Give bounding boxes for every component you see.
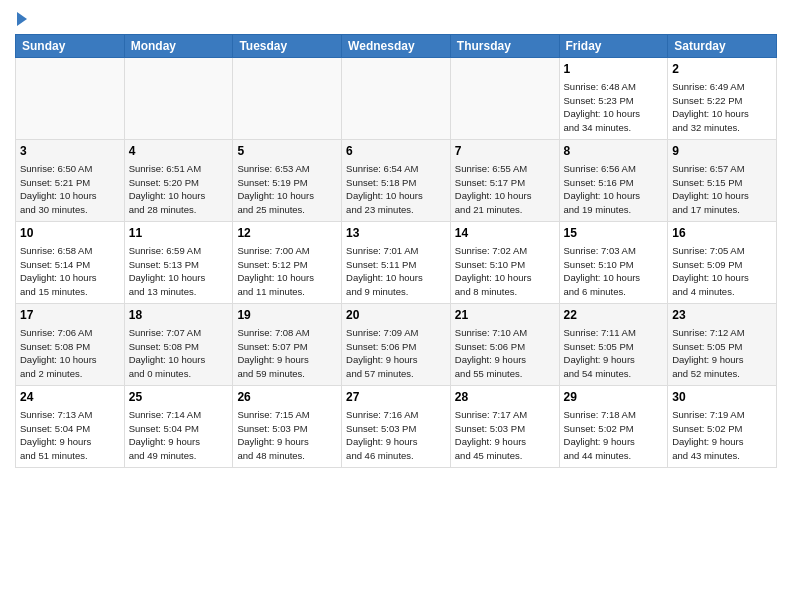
day-info: Sunrise: 7:01 AM Sunset: 5:11 PM Dayligh… [346,244,446,299]
day-info: Sunrise: 7:03 AM Sunset: 5:10 PM Dayligh… [564,244,664,299]
calendar-body: 1Sunrise: 6:48 AM Sunset: 5:23 PM Daylig… [16,58,777,468]
day-of-week-tuesday: Tuesday [233,35,342,58]
calendar-cell: 1Sunrise: 6:48 AM Sunset: 5:23 PM Daylig… [559,58,668,140]
day-info: Sunrise: 7:02 AM Sunset: 5:10 PM Dayligh… [455,244,555,299]
calendar-cell [16,58,125,140]
calendar-cell: 30Sunrise: 7:19 AM Sunset: 5:02 PM Dayli… [668,386,777,468]
day-info: Sunrise: 7:16 AM Sunset: 5:03 PM Dayligh… [346,408,446,463]
calendar-cell [233,58,342,140]
day-number: 25 [129,389,229,406]
day-number: 26 [237,389,337,406]
day-of-week-saturday: Saturday [668,35,777,58]
logo-arrow-icon [17,12,27,26]
day-info: Sunrise: 7:12 AM Sunset: 5:05 PM Dayligh… [672,326,772,381]
days-of-week-row: SundayMondayTuesdayWednesdayThursdayFrid… [16,35,777,58]
day-of-week-wednesday: Wednesday [342,35,451,58]
day-number: 6 [346,143,446,160]
day-number: 22 [564,307,664,324]
day-info: Sunrise: 7:05 AM Sunset: 5:09 PM Dayligh… [672,244,772,299]
day-info: Sunrise: 6:59 AM Sunset: 5:13 PM Dayligh… [129,244,229,299]
day-number: 29 [564,389,664,406]
day-info: Sunrise: 6:54 AM Sunset: 5:18 PM Dayligh… [346,162,446,217]
day-number: 20 [346,307,446,324]
day-of-week-monday: Monday [124,35,233,58]
day-number: 15 [564,225,664,242]
calendar-cell: 9Sunrise: 6:57 AM Sunset: 5:15 PM Daylig… [668,140,777,222]
day-info: Sunrise: 7:07 AM Sunset: 5:08 PM Dayligh… [129,326,229,381]
calendar-cell: 29Sunrise: 7:18 AM Sunset: 5:02 PM Dayli… [559,386,668,468]
calendar-cell: 2Sunrise: 6:49 AM Sunset: 5:22 PM Daylig… [668,58,777,140]
calendar-table: SundayMondayTuesdayWednesdayThursdayFrid… [15,34,777,468]
calendar-cell [124,58,233,140]
day-number: 7 [455,143,555,160]
day-of-week-friday: Friday [559,35,668,58]
calendar-cell: 24Sunrise: 7:13 AM Sunset: 5:04 PM Dayli… [16,386,125,468]
calendar-cell [342,58,451,140]
calendar-cell: 3Sunrise: 6:50 AM Sunset: 5:21 PM Daylig… [16,140,125,222]
day-number: 28 [455,389,555,406]
day-number: 23 [672,307,772,324]
week-row-5: 24Sunrise: 7:13 AM Sunset: 5:04 PM Dayli… [16,386,777,468]
calendar-cell: 14Sunrise: 7:02 AM Sunset: 5:10 PM Dayli… [450,222,559,304]
calendar-cell: 28Sunrise: 7:17 AM Sunset: 5:03 PM Dayli… [450,386,559,468]
day-info: Sunrise: 7:19 AM Sunset: 5:02 PM Dayligh… [672,408,772,463]
day-number: 30 [672,389,772,406]
week-row-3: 10Sunrise: 6:58 AM Sunset: 5:14 PM Dayli… [16,222,777,304]
calendar-cell: 6Sunrise: 6:54 AM Sunset: 5:18 PM Daylig… [342,140,451,222]
day-number: 18 [129,307,229,324]
calendar-cell: 21Sunrise: 7:10 AM Sunset: 5:06 PM Dayli… [450,304,559,386]
calendar-cell: 10Sunrise: 6:58 AM Sunset: 5:14 PM Dayli… [16,222,125,304]
day-number: 13 [346,225,446,242]
day-of-week-sunday: Sunday [16,35,125,58]
day-number: 1 [564,61,664,78]
day-number: 2 [672,61,772,78]
day-info: Sunrise: 6:50 AM Sunset: 5:21 PM Dayligh… [20,162,120,217]
logo-text [15,10,27,26]
day-number: 12 [237,225,337,242]
day-info: Sunrise: 6:53 AM Sunset: 5:19 PM Dayligh… [237,162,337,217]
calendar-cell: 4Sunrise: 6:51 AM Sunset: 5:20 PM Daylig… [124,140,233,222]
day-info: Sunrise: 6:58 AM Sunset: 5:14 PM Dayligh… [20,244,120,299]
day-info: Sunrise: 6:56 AM Sunset: 5:16 PM Dayligh… [564,162,664,217]
day-number: 16 [672,225,772,242]
day-info: Sunrise: 7:14 AM Sunset: 5:04 PM Dayligh… [129,408,229,463]
day-info: Sunrise: 6:51 AM Sunset: 5:20 PM Dayligh… [129,162,229,217]
day-number: 17 [20,307,120,324]
calendar-cell: 20Sunrise: 7:09 AM Sunset: 5:06 PM Dayli… [342,304,451,386]
day-number: 27 [346,389,446,406]
day-info: Sunrise: 7:10 AM Sunset: 5:06 PM Dayligh… [455,326,555,381]
calendar-cell: 15Sunrise: 7:03 AM Sunset: 5:10 PM Dayli… [559,222,668,304]
day-info: Sunrise: 7:15 AM Sunset: 5:03 PM Dayligh… [237,408,337,463]
day-info: Sunrise: 7:00 AM Sunset: 5:12 PM Dayligh… [237,244,337,299]
header [15,10,777,26]
week-row-4: 17Sunrise: 7:06 AM Sunset: 5:08 PM Dayli… [16,304,777,386]
week-row-2: 3Sunrise: 6:50 AM Sunset: 5:21 PM Daylig… [16,140,777,222]
calendar-cell: 23Sunrise: 7:12 AM Sunset: 5:05 PM Dayli… [668,304,777,386]
calendar-cell [450,58,559,140]
logo [15,10,27,26]
day-number: 19 [237,307,337,324]
week-row-1: 1Sunrise: 6:48 AM Sunset: 5:23 PM Daylig… [16,58,777,140]
calendar-cell: 5Sunrise: 6:53 AM Sunset: 5:19 PM Daylig… [233,140,342,222]
calendar-cell: 11Sunrise: 6:59 AM Sunset: 5:13 PM Dayli… [124,222,233,304]
calendar-cell: 13Sunrise: 7:01 AM Sunset: 5:11 PM Dayli… [342,222,451,304]
calendar-cell: 18Sunrise: 7:07 AM Sunset: 5:08 PM Dayli… [124,304,233,386]
day-info: Sunrise: 7:17 AM Sunset: 5:03 PM Dayligh… [455,408,555,463]
calendar-cell: 19Sunrise: 7:08 AM Sunset: 5:07 PM Dayli… [233,304,342,386]
calendar-cell: 27Sunrise: 7:16 AM Sunset: 5:03 PM Dayli… [342,386,451,468]
page-container: SundayMondayTuesdayWednesdayThursdayFrid… [0,0,792,476]
day-number: 11 [129,225,229,242]
day-number: 21 [455,307,555,324]
day-info: Sunrise: 7:13 AM Sunset: 5:04 PM Dayligh… [20,408,120,463]
calendar-cell: 12Sunrise: 7:00 AM Sunset: 5:12 PM Dayli… [233,222,342,304]
calendar-cell: 25Sunrise: 7:14 AM Sunset: 5:04 PM Dayli… [124,386,233,468]
calendar-cell: 26Sunrise: 7:15 AM Sunset: 5:03 PM Dayli… [233,386,342,468]
day-info: Sunrise: 6:57 AM Sunset: 5:15 PM Dayligh… [672,162,772,217]
day-of-week-thursday: Thursday [450,35,559,58]
day-info: Sunrise: 7:18 AM Sunset: 5:02 PM Dayligh… [564,408,664,463]
day-number: 9 [672,143,772,160]
day-number: 14 [455,225,555,242]
calendar-cell: 7Sunrise: 6:55 AM Sunset: 5:17 PM Daylig… [450,140,559,222]
day-number: 5 [237,143,337,160]
day-number: 8 [564,143,664,160]
